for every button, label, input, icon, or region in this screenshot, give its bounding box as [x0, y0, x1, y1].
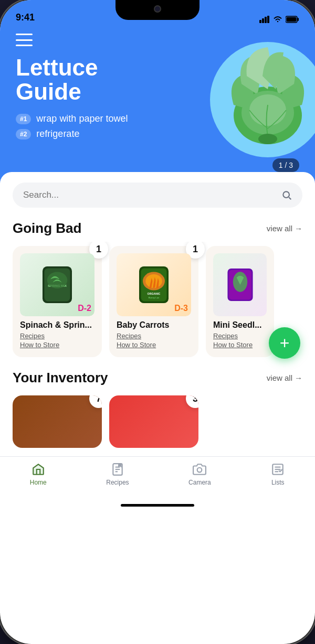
- cucumber-recipes-link[interactable]: Recipes: [213, 332, 267, 340]
- inventory-header: Your Inventory view all →: [13, 367, 302, 391]
- search-bar[interactable]: [13, 183, 302, 208]
- cucumber-name: Mini Seedl...: [213, 320, 267, 330]
- phone-screen: 9:41: [0, 0, 315, 644]
- inv-badge-2: 3: [186, 395, 198, 408]
- menu-line-3: [16, 45, 33, 46]
- product-cards-scroll[interactable]: 1 SPRING MIX: [0, 242, 315, 367]
- product-card-spinach[interactable]: 1 SPRING MIX: [13, 246, 102, 357]
- spinach-image: SPRING MIX D-2: [20, 253, 94, 316]
- recipes-icon: [110, 462, 125, 477]
- bottom-nav: Home Recipes: [0, 456, 315, 501]
- pagination-badge: 1 / 3: [272, 158, 299, 172]
- search-container: [0, 172, 315, 213]
- notch: [116, 0, 200, 20]
- spinach-recipes-link[interactable]: Recipes: [20, 332, 94, 340]
- spinach-name: Spinach & Sprin...: [20, 320, 94, 330]
- nav-item-lists[interactable]: Lists: [270, 462, 285, 486]
- svg-point-10: [258, 134, 277, 144]
- nav-item-recipes[interactable]: Recipes: [106, 462, 129, 486]
- inventory-card-1[interactable]: 7: [13, 395, 102, 448]
- tip2-badge: #2: [16, 129, 31, 139]
- svg-point-30: [197, 468, 202, 473]
- wifi-icon: [273, 16, 282, 23]
- menu-button[interactable]: [16, 34, 33, 46]
- cucumber-image: [213, 253, 267, 316]
- inventory-cards[interactable]: 7 3: [13, 391, 302, 456]
- battery-icon: [286, 16, 299, 23]
- phone-frame: 9:41: [0, 0, 315, 644]
- inventory-card-2[interactable]: 3: [109, 395, 198, 448]
- product-card-carrots[interactable]: 1: [109, 246, 198, 357]
- inv-badge-1: 7: [89, 395, 102, 408]
- cucumber-how-to-store-link[interactable]: How to Store: [213, 341, 267, 349]
- day-badge-carrots: D-3: [174, 304, 188, 313]
- fab-plus-icon: +: [280, 335, 290, 351]
- status-time: 9:41: [16, 12, 35, 23]
- svg-rect-3: [267, 16, 269, 23]
- inventory-title: Your Inventory: [13, 370, 108, 386]
- day-badge-spinach: D-2: [78, 304, 91, 313]
- hero-banner: LettuceGuide #1 wrap with paper towel #2…: [0, 26, 315, 184]
- carrots-recipes-link[interactable]: Recipes: [117, 332, 191, 340]
- spinach-how-to-store-link[interactable]: How to Store: [20, 341, 94, 349]
- going-bad-title: Going Bad: [13, 220, 81, 237]
- main-content: Going Bad view all → 1: [0, 172, 315, 456]
- lists-label: Lists: [271, 479, 285, 486]
- camera-label: Camera: [188, 479, 211, 486]
- svg-rect-1: [262, 18, 264, 23]
- home-label: Home: [30, 479, 47, 486]
- tip1-badge: #1: [16, 114, 31, 124]
- lettuce-image: [210, 42, 315, 157]
- carrots-name: Baby Carrots: [117, 320, 191, 330]
- going-bad-header: Going Bad view all →: [0, 213, 315, 242]
- camera-icon: [192, 462, 207, 477]
- status-icons: [259, 16, 299, 23]
- notch-camera: [154, 5, 161, 13]
- nav-item-home[interactable]: Home: [30, 462, 47, 486]
- svg-rect-2: [265, 17, 267, 23]
- nav-item-camera[interactable]: Camera: [188, 462, 211, 486]
- svg-rect-6: [287, 17, 297, 22]
- going-bad-view-all[interactable]: view all →: [267, 224, 302, 233]
- tip2-text: refrigerate: [36, 128, 79, 139]
- svg-rect-0: [259, 20, 261, 23]
- svg-point-11: [283, 191, 289, 198]
- menu-line-1: [16, 34, 33, 35]
- product-card-cucumber[interactable]: Mini Seedl... Recipes How to Store: [206, 246, 274, 357]
- svg-text:ORGANIC: ORGANIC: [148, 292, 161, 295]
- lists-icon: [270, 462, 285, 477]
- svg-rect-5: [298, 18, 299, 21]
- search-input[interactable]: [23, 190, 276, 200]
- carrots-how-to-store-link[interactable]: How to Store: [117, 341, 191, 349]
- carrots-image: ORGANIC Bunny Luv D-3: [117, 253, 191, 316]
- signal-icon: [259, 16, 270, 23]
- svg-point-9: [249, 94, 286, 126]
- inventory-section: Your Inventory view all → 7: [0, 367, 315, 456]
- home-indicator: [121, 504, 194, 507]
- menu-line-2: [16, 39, 33, 41]
- tip1-text: wrap with paper towel: [36, 113, 128, 124]
- recipes-label: Recipes: [106, 479, 129, 486]
- inventory-view-all[interactable]: view all →: [267, 373, 302, 382]
- fab-add-button[interactable]: +: [269, 327, 300, 359]
- home-icon: [31, 462, 46, 477]
- svg-text:Bunny Luv: Bunny Luv: [149, 296, 160, 299]
- svg-line-12: [289, 197, 291, 199]
- search-icon: [281, 190, 292, 200]
